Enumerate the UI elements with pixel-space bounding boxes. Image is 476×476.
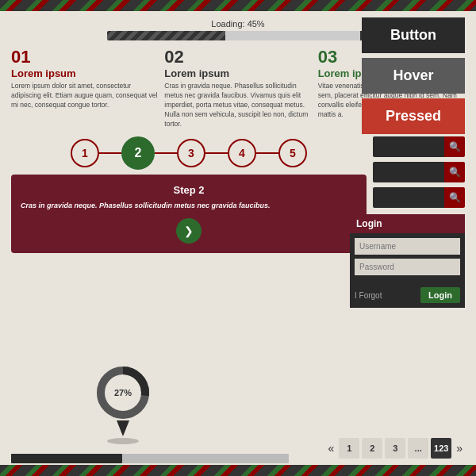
login-body <box>350 233 465 284</box>
step-line-2 <box>155 152 177 154</box>
pin-shadow <box>107 438 139 444</box>
next-page[interactable]: » <box>454 442 465 455</box>
pagination: « 1 2 3 ... 123 » <box>325 438 465 459</box>
column-1: 01 Lorem ipsum Lorem ipsum dolor sit ame… <box>11 47 158 129</box>
page-last[interactable]: 123 <box>431 438 451 459</box>
step-box-title: Step 2 <box>21 184 357 196</box>
search-button-1[interactable]: 🔍 <box>444 136 465 157</box>
step-5[interactable]: 5 <box>278 139 307 167</box>
search-input-2[interactable] <box>373 162 444 182</box>
pin-bottom <box>117 420 129 436</box>
login-button[interactable]: Login <box>420 287 460 303</box>
chart-area: 27% <box>95 365 151 444</box>
step-3[interactable]: 3 <box>177 139 205 167</box>
buttons-section: Button Hover Pressed <box>362 17 465 139</box>
loading-text: Loading: <box>211 19 244 29</box>
col2-number: 02 <box>164 47 311 67</box>
step-box: Step 2 Cras in gravida neque. Phasellus … <box>11 175 367 253</box>
bottom-pagination-bar <box>11 454 289 463</box>
username-field[interactable] <box>355 238 460 255</box>
column-2: 02 Lorem ipsum Cras in gravida neque. Ph… <box>164 47 311 129</box>
button-hover[interactable]: Hover <box>362 58 465 94</box>
col2-text: Cras in gravida neque. Phasellus sollici… <box>164 82 311 129</box>
login-header: Login <box>350 214 465 233</box>
search-input-1[interactable] <box>373 136 444 157</box>
search-button-2[interactable]: 🔍 <box>444 162 465 182</box>
login-footer: I Forgot Login <box>350 284 465 308</box>
loading-track <box>107 31 369 40</box>
step-1[interactable]: 1 <box>71 139 99 167</box>
password-field[interactable] <box>355 259 460 275</box>
page-2[interactable]: 2 <box>362 438 382 459</box>
prev-page[interactable]: « <box>325 442 336 455</box>
col1-text: Lorem ipsum dolor sit amet, consectetur … <box>11 82 158 110</box>
bottom-stripe <box>0 465 476 476</box>
donut-label: 27% <box>114 388 132 397</box>
login-section: Login I Forgot Login <box>350 214 465 308</box>
loading-percent: 45% <box>248 19 265 29</box>
step-next-button[interactable] <box>176 218 202 244</box>
loading-fill <box>107 31 225 40</box>
step-2[interactable]: 2 <box>121 136 155 170</box>
bottom-pagination-fill <box>11 454 122 463</box>
search-box-3: 🔍 <box>373 187 465 208</box>
search-box-1: 🔍 <box>373 136 465 157</box>
steps-left: 1 2 3 4 5 Step 2 Cras in gravida neque. … <box>11 136 367 253</box>
button-pressed[interactable]: Pressed <box>362 98 465 134</box>
step-line-1 <box>99 152 121 154</box>
search-box-2: 🔍 <box>373 162 465 182</box>
button-normal[interactable]: Button <box>362 17 465 53</box>
page-ellipsis[interactable]: ... <box>408 438 428 459</box>
donut-chart: 27% <box>95 365 151 420</box>
forgot-link[interactable]: I Forgot <box>355 291 382 300</box>
step-box-text: Cras in gravida neque. Phasellus sollici… <box>21 201 357 212</box>
page-1[interactable]: 1 <box>339 438 359 459</box>
step-4[interactable]: 4 <box>228 139 256 167</box>
step-line-4 <box>256 152 278 154</box>
search-button-3[interactable]: 🔍 <box>444 187 465 208</box>
search-input-3[interactable] <box>373 187 444 208</box>
page-3[interactable]: 3 <box>385 438 405 459</box>
col2-title: Lorem ipsum <box>164 67 311 79</box>
circle-steps: 1 2 3 4 5 <box>11 136 367 170</box>
step-line-3 <box>205 152 228 154</box>
col1-number: 01 <box>11 47 158 67</box>
col1-title: Lorem ipsum <box>11 67 158 79</box>
top-stripe <box>0 0 476 11</box>
